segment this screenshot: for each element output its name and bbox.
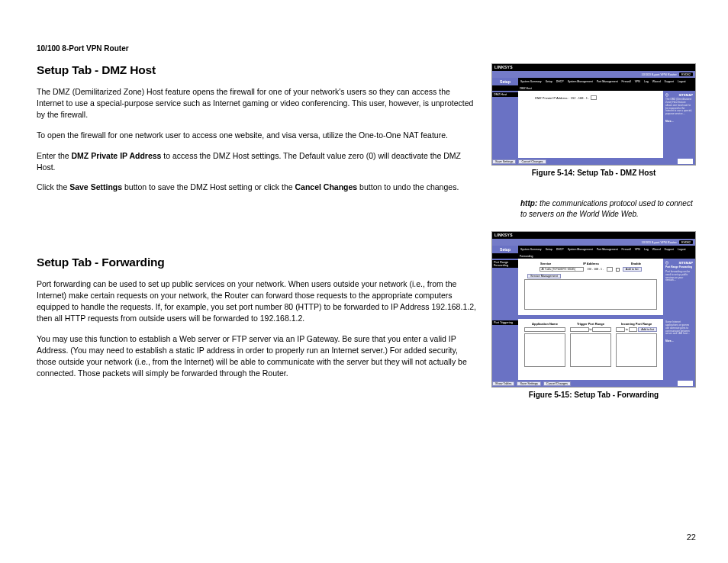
heading-dmz-host: Setup Tab - DMZ Host xyxy=(37,63,478,77)
bold-cancel-changes: Cancel Changes xyxy=(295,182,358,191)
text: Enter the xyxy=(37,151,72,160)
tab-item[interactable]: Wizard xyxy=(652,80,661,83)
add-to-list-button[interactable]: Add to list xyxy=(638,327,657,332)
tab-item[interactable]: System Management xyxy=(568,248,593,251)
tab-item[interactable]: Logout xyxy=(678,80,686,83)
glossary-definition: the communications protocol used to conn… xyxy=(520,199,693,218)
footer-bar: Save Settings Cancel Changes xyxy=(492,158,695,165)
incoming-to-input[interactable] xyxy=(629,327,638,332)
col-incoming-range: Incoming Port Range xyxy=(621,322,652,326)
model-pill: RV082 xyxy=(679,72,693,76)
tab-item[interactable]: Setup xyxy=(546,80,552,83)
page-number: 22 xyxy=(687,532,696,542)
incoming-range-list[interactable] xyxy=(616,333,657,367)
main-text-column: Setup Tab - DMZ Host The DMZ (Demilitari… xyxy=(37,63,478,399)
tab-item[interactable]: Log xyxy=(644,80,649,83)
left-column: Port Triggering xyxy=(492,319,518,380)
text: Click the xyxy=(37,182,69,191)
to-label: to xyxy=(590,328,592,331)
left-column: Port Range Forwarding xyxy=(492,259,518,315)
to-label: to xyxy=(626,328,628,331)
info-icon: ⓘ xyxy=(665,261,668,265)
app-name-input[interactable] xyxy=(524,327,565,332)
ip-prefix: 192 . 168 . 1 . xyxy=(587,268,603,271)
more-link[interactable]: More… xyxy=(665,121,693,124)
sitemap-panel-lower: Some Internet applications or games use … xyxy=(663,319,695,380)
port-range-area: Service IP Address Enable All Traffic [T… xyxy=(518,259,663,315)
save-settings-button[interactable]: Save Settings xyxy=(492,159,516,164)
tab-item[interactable]: Log xyxy=(644,248,649,251)
tab-item[interactable]: Logout xyxy=(678,248,686,251)
tab-item[interactable]: Wizard xyxy=(652,248,661,251)
tab-item[interactable]: DHCP xyxy=(556,248,564,251)
tab-setup[interactable]: Setup xyxy=(492,246,518,253)
tab-setup[interactable]: Setup xyxy=(492,78,518,85)
subtab-dmz-host[interactable]: DMZ Host xyxy=(520,87,532,90)
ip-octet-input[interactable] xyxy=(607,267,613,272)
cisco-logo xyxy=(678,159,693,164)
brand-bar: LINKSYS xyxy=(492,64,695,71)
help-text: The DMZ (Demilitarized Zone) Host featur… xyxy=(665,98,693,116)
tab-item[interactable]: System Summary xyxy=(520,248,542,251)
cisco-logo xyxy=(678,381,693,386)
sitemap-label[interactable]: SITEMAP xyxy=(678,261,693,265)
text: button to save the DMZ Host setting or c… xyxy=(122,182,295,191)
col-trigger-range: Trigger Port Range xyxy=(577,322,604,326)
tab-item[interactable]: DHCP xyxy=(556,80,564,83)
sitemap-panel: ⓘSITEMAP The DMZ (Demilitarized Zone) Ho… xyxy=(663,91,695,158)
router-title: 10/100 8-port VPN Router xyxy=(642,72,677,76)
subtab-forwarding[interactable]: Forwarding xyxy=(520,255,533,258)
tab-item[interactable]: Firewall xyxy=(622,80,631,83)
dmz-ip-octet-input[interactable] xyxy=(591,95,597,100)
dmz-ip-label: DMZ Private IP Address : xyxy=(535,96,569,100)
text: button to undo the changes. xyxy=(357,182,459,191)
col-enable: Enable xyxy=(631,262,641,265)
tab-item[interactable]: System Summary xyxy=(520,80,542,83)
tab-item[interactable]: Setup xyxy=(546,248,552,251)
model-pill: RV082 xyxy=(679,240,693,244)
product-header: 10/100 8-Port VPN Router xyxy=(37,44,696,53)
bold-save-settings: Save Settings xyxy=(69,182,122,191)
show-tables-button[interactable]: Show Tables xyxy=(492,381,514,386)
tab-item[interactable]: Support xyxy=(665,248,674,251)
figure-5-14-caption: Figure 5-14: Setup Tab - DMZ Host xyxy=(491,169,696,177)
tab-item[interactable]: Port Management xyxy=(597,80,618,83)
service-management-button[interactable]: Service Management xyxy=(527,274,561,278)
figure-column: LINKSYS 10/100 8-port VPN Router RV082 S… xyxy=(491,63,696,399)
info-icon: ⓘ xyxy=(665,93,668,97)
trigger-from-input[interactable] xyxy=(570,327,589,332)
help-heading: Port Range Forwarding xyxy=(665,266,693,269)
trigger-range-list[interactable] xyxy=(570,333,611,367)
trigger-to-input[interactable] xyxy=(592,327,611,332)
sub-tabs: DMZ Host xyxy=(492,85,695,91)
col-ip: IP Address xyxy=(583,262,599,265)
help-text: Some Internet applications or games use … xyxy=(665,321,693,336)
tab-item[interactable]: VPN xyxy=(635,80,640,83)
para-fwd-1: Port forwarding can be used to set up pu… xyxy=(37,278,478,324)
sitemap-label[interactable]: SITEMAP xyxy=(678,93,693,97)
cancel-changes-button[interactable]: Cancel Changes xyxy=(518,159,546,164)
para-dmz-4: Click the Save Settings button to save t… xyxy=(37,182,478,193)
add-to-list-button[interactable]: Add to list xyxy=(623,267,642,272)
tab-item[interactable]: Firewall xyxy=(622,248,631,251)
tab-item[interactable]: Support xyxy=(665,80,674,83)
figure-5-15-thumbnail: LINKSYS 10/100 8-port VPN Router RV082 S… xyxy=(491,231,696,388)
router-title: 10/100 8-port VPN Router xyxy=(642,240,677,244)
forwarding-list-box[interactable] xyxy=(524,279,657,310)
section-label-dmz: DMZ Host xyxy=(492,92,518,97)
sitemap-panel: ⓘSITEMAP Port Range Forwarding Port forw… xyxy=(663,259,695,315)
save-settings-button[interactable]: Save Settings xyxy=(517,381,540,386)
heading-forwarding: Setup Tab - Forwarding xyxy=(37,256,478,269)
incoming-from-input[interactable] xyxy=(616,327,625,332)
para-dmz-2: To open the firewall for one network use… xyxy=(37,130,478,141)
more-link[interactable]: More… xyxy=(665,340,693,343)
tab-item[interactable]: VPN xyxy=(635,248,640,251)
service-select[interactable]: All Traffic [TCP&UDP/1~65535] xyxy=(540,267,584,272)
footer-bar: Show Tables Save Settings Cancel Changes xyxy=(492,380,695,387)
trigger-list-box[interactable] xyxy=(524,333,565,367)
enable-checkbox[interactable] xyxy=(616,268,620,272)
tab-item[interactable]: Port Management xyxy=(597,248,618,251)
cancel-changes-button[interactable]: Cancel Changes xyxy=(543,381,571,386)
glossary-http: http: the communications protocol used t… xyxy=(520,198,696,219)
tab-item[interactable]: System Management xyxy=(568,80,593,83)
